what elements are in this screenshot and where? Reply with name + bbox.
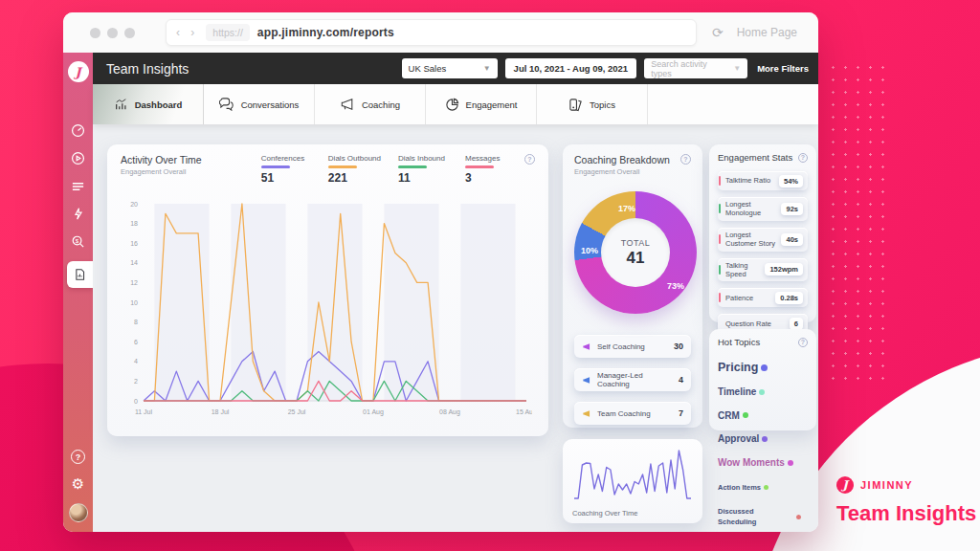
tab-engagement[interactable]: Engagement	[426, 84, 537, 124]
topic-action-items[interactable]: Action Items	[718, 482, 768, 494]
stat-value-chip: 6	[790, 318, 803, 330]
topic-wow-moments[interactable]: Wow Moments	[718, 455, 793, 471]
search-deals-icon[interactable]: $	[70, 233, 86, 250]
back-forward-icons[interactable]: ‹ ›	[176, 26, 198, 39]
report-header: Team Insights UK Sales▼ Jul 10, 2021 - A…	[93, 53, 818, 84]
help-question-icon[interactable]: ?	[798, 338, 808, 347]
svg-text:20: 20	[130, 201, 138, 208]
topic-dot	[788, 460, 793, 466]
help-question-icon[interactable]: ?	[680, 154, 691, 165]
stat-accent-bar	[719, 234, 721, 244]
engagement-stat-longest-customer-story: Longest Customer Story40s	[718, 228, 808, 252]
svg-text:18 Jul: 18 Jul	[212, 408, 230, 415]
donut-center: TOTAL 41	[601, 218, 670, 287]
engagement-stat-list: Talktime Ratio54%Longest Monologue92sLon…	[718, 171, 808, 333]
date-range-picker[interactable]: Jul 10, 2021 - Aug 09, 2021	[505, 58, 637, 78]
megaphone-icon	[340, 98, 355, 111]
tab-topics[interactable]: Topics	[537, 84, 648, 124]
megaphone-icon	[582, 338, 591, 355]
stat-value-chip: 0.28s	[775, 292, 803, 304]
coaching-row-team-coaching[interactable]: Team Coaching7	[574, 402, 691, 425]
stat-value-chip: 40s	[781, 233, 803, 246]
help-question-icon[interactable]: ?	[524, 154, 535, 165]
window-minimize-button[interactable]	[107, 28, 118, 38]
topic-dot	[764, 485, 768, 490]
svg-text:16: 16	[130, 240, 138, 247]
url-scheme: https://	[206, 24, 250, 41]
topic-dot	[743, 412, 748, 418]
panel-title: Coaching Breakdown	[574, 154, 670, 165]
activity-type-search[interactable]: Search activity types▼	[644, 58, 747, 78]
activity-over-time-panel: Activity Over Time Engagement Overall Co…	[107, 144, 548, 436]
activity-stat-conferences: Conferences51	[261, 154, 311, 185]
help-question-icon[interactable]: ?	[798, 153, 808, 163]
activity-legend: Conferences51Dials Outbound221Dials Inbo…	[261, 154, 515, 185]
playlist-icon[interactable]	[70, 178, 86, 194]
svg-text:25 Jul: 25 Jul	[288, 408, 306, 415]
coaching-type-list: Self Coaching30Manager-Led Coaching4Team…	[574, 335, 691, 425]
svg-text:10: 10	[130, 299, 138, 306]
branding: J JIMINNY Team Insights	[836, 476, 976, 526]
more-filters-button[interactable]: More Filters	[757, 63, 809, 74]
svg-text:01 Aug: 01 Aug	[363, 408, 384, 416]
stat-value-chip: 92s	[781, 203, 803, 215]
tab-conversations[interactable]: Conversations	[204, 84, 315, 124]
activity-stat-dials-outbound: Dials Outbound221	[328, 154, 381, 185]
sparkline-label: Coaching Over Time	[572, 509, 693, 518]
coaching-row-manager-led-coaching[interactable]: Manager-Led Coaching4	[574, 368, 691, 391]
engagement-stat-longest-monologue: Longest Monologue92s	[718, 197, 808, 221]
engagement-stat-talktime-ratio: Talktime Ratio54%	[718, 171, 808, 190]
address-bar[interactable]: ‹ › https:// app.jiminny.com/reports	[166, 19, 697, 46]
stat-accent-bar	[719, 265, 721, 275]
panel-subtitle: Engagement Overall	[574, 167, 670, 176]
browser-toolbar: ‹ › https:// app.jiminny.com/reports ⟳ H…	[63, 12, 818, 53]
stat-accent-bar	[719, 204, 721, 213]
team-filter-select[interactable]: UK Sales▼	[402, 58, 498, 78]
window-close-button[interactable]	[90, 28, 100, 38]
donut-label-10: 10%	[581, 246, 598, 255]
sidebar-bottom: ? ⚙	[69, 450, 88, 532]
sidebar-item-reports-active[interactable]	[67, 261, 93, 288]
sidebar-jiminny-logo-icon[interactable]: J	[68, 61, 89, 82]
help-icon[interactable]: ?	[71, 450, 85, 464]
dot-grid-decoration	[827, 61, 890, 388]
window-controls[interactable]	[90, 28, 135, 38]
panel-title: Engagement Stats	[718, 152, 792, 163]
home-page-link[interactable]: Home Page	[737, 26, 797, 39]
page-title: Team Insights	[106, 61, 394, 77]
topic-dot	[761, 364, 768, 371]
topic-timeline[interactable]: Timeline	[718, 385, 765, 400]
svg-text:6: 6	[134, 339, 138, 345]
user-avatar[interactable]	[69, 503, 88, 522]
dashboard-gauge-icon[interactable]	[70, 122, 86, 139]
pie-icon	[445, 98, 459, 112]
coaching-row-self-coaching[interactable]: Self Coaching30	[574, 335, 691, 358]
topic-dot	[796, 515, 801, 519]
coaching-over-time-panel: Coaching Over Time	[563, 439, 702, 523]
megaphone-icon	[582, 371, 591, 388]
engagement-stats-panel: Engagement Stats ? Talktime Ratio54%Long…	[709, 144, 816, 322]
lightning-icon[interactable]	[70, 206, 86, 222]
brand-name: JIMINNY	[860, 479, 913, 491]
stat-accent-bar	[719, 176, 721, 186]
play-circle-icon[interactable]	[70, 150, 86, 166]
reload-icon[interactable]: ⟳	[712, 25, 724, 40]
dashboard-content: Activity Over Time Engagement Overall Co…	[93, 124, 818, 532]
topic-discussed-scheduling[interactable]: Discussed Scheduling	[718, 506, 801, 528]
tab-bar-filler	[648, 84, 818, 124]
panel-title: Activity Over Time	[121, 154, 202, 165]
url-text[interactable]: app.jiminny.com/reports	[257, 26, 394, 39]
activity-stat-dials-inbound: Dials Inbound11	[398, 154, 448, 185]
tab-dashboard[interactable]: Dashboard	[93, 84, 204, 124]
window-zoom-button[interactable]	[124, 28, 135, 38]
tab-coaching[interactable]: Coaching	[315, 84, 426, 124]
topic-pricing[interactable]: Pricing	[718, 359, 768, 377]
topic-approval[interactable]: Approval	[718, 431, 768, 447]
svg-text:11 Jul: 11 Jul	[135, 408, 153, 415]
coaching-donut-chart: 17% 10% 73% TOTAL 41	[574, 191, 697, 314]
tags-icon	[568, 98, 583, 112]
topic-crm[interactable]: CRM	[718, 408, 748, 424]
settings-gear-icon[interactable]: ⚙	[72, 476, 84, 491]
brand-title: Team Insights	[836, 501, 976, 526]
svg-text:14: 14	[130, 259, 138, 266]
